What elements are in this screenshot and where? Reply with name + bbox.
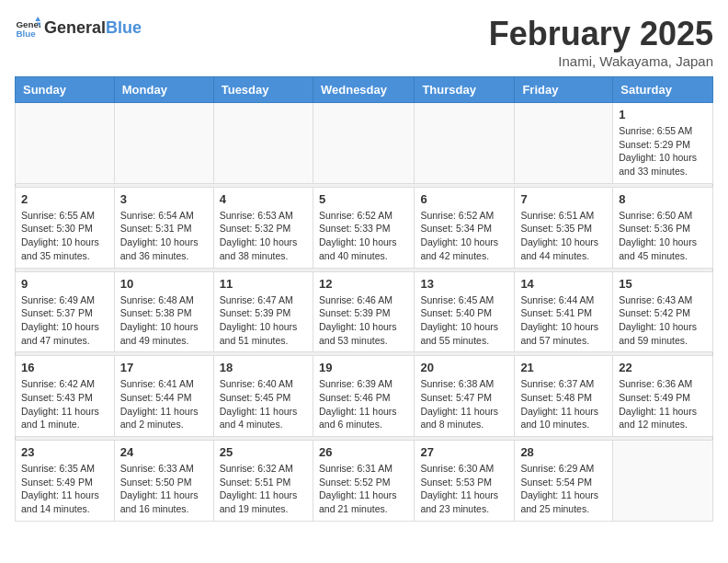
day-number: 5 bbox=[319, 192, 408, 206]
day-cell: 4Sunrise: 6:53 AM Sunset: 5:32 PM Daylig… bbox=[213, 187, 313, 268]
day-cell bbox=[114, 103, 213, 184]
day-number: 7 bbox=[520, 192, 607, 206]
day-detail: Sunrise: 6:44 AM Sunset: 5:41 PM Dayligh… bbox=[520, 293, 607, 348]
day-detail: Sunrise: 6:54 AM Sunset: 5:31 PM Dayligh… bbox=[120, 209, 208, 263]
weekday-header-thursday: Thursday bbox=[415, 77, 515, 103]
day-cell: 16Sunrise: 6:42 AM Sunset: 5:43 PM Dayli… bbox=[16, 356, 115, 437]
day-number: 14 bbox=[520, 277, 607, 291]
day-number: 20 bbox=[420, 361, 508, 374]
week-row-1: 1Sunrise: 6:55 AM Sunset: 5:29 PM Daylig… bbox=[16, 103, 713, 184]
calendar-subtitle: Inami, Wakayama, Japan bbox=[489, 53, 713, 69]
day-number: 9 bbox=[21, 277, 108, 291]
day-cell: 11Sunrise: 6:47 AM Sunset: 5:39 PM Dayli… bbox=[213, 271, 313, 352]
day-detail: Sunrise: 6:55 AM Sunset: 5:29 PM Dayligh… bbox=[619, 124, 707, 178]
day-cell bbox=[213, 103, 313, 184]
logo-icon: General Blue bbox=[15, 15, 40, 40]
week-row-4: 16Sunrise: 6:42 AM Sunset: 5:43 PM Dayli… bbox=[16, 356, 713, 437]
day-number: 6 bbox=[420, 192, 508, 206]
day-number: 13 bbox=[420, 277, 508, 291]
day-number: 27 bbox=[420, 445, 508, 459]
day-cell: 19Sunrise: 6:39 AM Sunset: 5:46 PM Dayli… bbox=[313, 356, 414, 437]
day-number: 17 bbox=[120, 361, 208, 374]
day-cell: 2Sunrise: 6:55 AM Sunset: 5:30 PM Daylig… bbox=[16, 187, 115, 268]
day-number: 24 bbox=[120, 445, 208, 459]
day-detail: Sunrise: 6:29 AM Sunset: 5:54 PM Dayligh… bbox=[520, 462, 607, 516]
weekday-header-monday: Monday bbox=[114, 77, 213, 103]
day-detail: Sunrise: 6:31 AM Sunset: 5:52 PM Dayligh… bbox=[319, 462, 408, 516]
day-cell bbox=[313, 103, 414, 184]
day-number: 25 bbox=[220, 445, 307, 459]
day-number: 2 bbox=[21, 192, 108, 206]
day-detail: Sunrise: 6:49 AM Sunset: 5:37 PM Dayligh… bbox=[21, 293, 108, 348]
day-cell: 3Sunrise: 6:54 AM Sunset: 5:31 PM Daylig… bbox=[114, 187, 213, 268]
day-cell bbox=[613, 441, 713, 522]
day-number: 19 bbox=[319, 361, 408, 374]
day-number: 8 bbox=[619, 192, 707, 206]
day-cell: 22Sunrise: 6:36 AM Sunset: 5:49 PM Dayli… bbox=[613, 356, 713, 437]
day-cell: 10Sunrise: 6:48 AM Sunset: 5:38 PM Dayli… bbox=[114, 271, 213, 352]
title-area: February 2025 Inami, Wakayama, Japan bbox=[489, 15, 713, 69]
day-detail: Sunrise: 6:53 AM Sunset: 5:32 PM Dayligh… bbox=[220, 209, 307, 263]
day-detail: Sunrise: 6:46 AM Sunset: 5:39 PM Dayligh… bbox=[319, 293, 408, 348]
day-detail: Sunrise: 6:45 AM Sunset: 5:40 PM Dayligh… bbox=[420, 293, 508, 348]
day-detail: Sunrise: 6:52 AM Sunset: 5:34 PM Dayligh… bbox=[420, 209, 508, 263]
calendar-table: SundayMondayTuesdayWednesdayThursdayFrid… bbox=[15, 76, 713, 522]
header: General Blue GeneralBlue February 2025 I… bbox=[15, 15, 713, 69]
day-cell: 20Sunrise: 6:38 AM Sunset: 5:47 PM Dayli… bbox=[415, 356, 515, 437]
day-number: 18 bbox=[220, 361, 307, 374]
day-detail: Sunrise: 6:36 AM Sunset: 5:49 PM Dayligh… bbox=[619, 377, 707, 431]
day-cell: 26Sunrise: 6:31 AM Sunset: 5:52 PM Dayli… bbox=[313, 441, 414, 522]
day-cell: 5Sunrise: 6:52 AM Sunset: 5:33 PM Daylig… bbox=[313, 187, 414, 268]
day-number: 11 bbox=[220, 277, 307, 291]
day-number: 4 bbox=[220, 192, 307, 206]
day-number: 16 bbox=[21, 361, 108, 374]
day-cell bbox=[515, 103, 613, 184]
day-cell: 1Sunrise: 6:55 AM Sunset: 5:29 PM Daylig… bbox=[613, 103, 713, 184]
day-detail: Sunrise: 6:41 AM Sunset: 5:44 PM Dayligh… bbox=[120, 377, 208, 431]
day-cell: 21Sunrise: 6:37 AM Sunset: 5:48 PM Dayli… bbox=[515, 356, 613, 437]
logo-general-text: General bbox=[44, 18, 106, 38]
day-number: 21 bbox=[520, 361, 607, 374]
day-cell bbox=[16, 103, 115, 184]
day-cell: 18Sunrise: 6:40 AM Sunset: 5:45 PM Dayli… bbox=[213, 356, 313, 437]
day-detail: Sunrise: 6:37 AM Sunset: 5:48 PM Dayligh… bbox=[520, 377, 607, 431]
day-detail: Sunrise: 6:40 AM Sunset: 5:45 PM Dayligh… bbox=[220, 377, 307, 431]
svg-text:Blue: Blue bbox=[16, 29, 36, 39]
day-detail: Sunrise: 6:50 AM Sunset: 5:36 PM Dayligh… bbox=[619, 209, 707, 263]
day-number: 12 bbox=[319, 277, 408, 291]
day-detail: Sunrise: 6:52 AM Sunset: 5:33 PM Dayligh… bbox=[319, 209, 408, 263]
day-detail: Sunrise: 6:32 AM Sunset: 5:51 PM Dayligh… bbox=[220, 462, 307, 516]
day-number: 3 bbox=[120, 192, 208, 206]
day-detail: Sunrise: 6:47 AM Sunset: 5:39 PM Dayligh… bbox=[220, 293, 307, 348]
day-cell: 15Sunrise: 6:43 AM Sunset: 5:42 PM Dayli… bbox=[613, 271, 713, 352]
weekday-header-row: SundayMondayTuesdayWednesdayThursdayFrid… bbox=[16, 77, 713, 103]
day-cell: 6Sunrise: 6:52 AM Sunset: 5:34 PM Daylig… bbox=[415, 187, 515, 268]
day-detail: Sunrise: 6:30 AM Sunset: 5:53 PM Dayligh… bbox=[420, 462, 508, 516]
day-cell: 23Sunrise: 6:35 AM Sunset: 5:49 PM Dayli… bbox=[16, 441, 115, 522]
day-detail: Sunrise: 6:43 AM Sunset: 5:42 PM Dayligh… bbox=[619, 293, 707, 348]
day-cell: 8Sunrise: 6:50 AM Sunset: 5:36 PM Daylig… bbox=[613, 187, 713, 268]
day-detail: Sunrise: 6:51 AM Sunset: 5:35 PM Dayligh… bbox=[520, 209, 607, 263]
day-cell: 25Sunrise: 6:32 AM Sunset: 5:51 PM Dayli… bbox=[213, 441, 313, 522]
day-number: 10 bbox=[120, 277, 208, 291]
day-detail: Sunrise: 6:55 AM Sunset: 5:30 PM Dayligh… bbox=[21, 209, 108, 263]
week-row-3: 9Sunrise: 6:49 AM Sunset: 5:37 PM Daylig… bbox=[16, 271, 713, 352]
logo: General Blue GeneralBlue bbox=[15, 15, 142, 40]
day-cell: 7Sunrise: 6:51 AM Sunset: 5:35 PM Daylig… bbox=[515, 187, 613, 268]
day-number: 23 bbox=[21, 445, 108, 459]
day-cell: 13Sunrise: 6:45 AM Sunset: 5:40 PM Dayli… bbox=[415, 271, 515, 352]
day-number: 26 bbox=[319, 445, 408, 459]
day-detail: Sunrise: 6:39 AM Sunset: 5:46 PM Dayligh… bbox=[319, 377, 408, 431]
weekday-header-friday: Friday bbox=[515, 77, 613, 103]
weekday-header-tuesday: Tuesday bbox=[213, 77, 313, 103]
day-number: 22 bbox=[619, 361, 707, 374]
day-cell: 27Sunrise: 6:30 AM Sunset: 5:53 PM Dayli… bbox=[415, 441, 515, 522]
day-cell: 14Sunrise: 6:44 AM Sunset: 5:41 PM Dayli… bbox=[515, 271, 613, 352]
week-row-5: 23Sunrise: 6:35 AM Sunset: 5:49 PM Dayli… bbox=[16, 441, 713, 522]
day-detail: Sunrise: 6:48 AM Sunset: 5:38 PM Dayligh… bbox=[120, 293, 208, 348]
day-cell: 24Sunrise: 6:33 AM Sunset: 5:50 PM Dayli… bbox=[114, 441, 213, 522]
day-cell: 12Sunrise: 6:46 AM Sunset: 5:39 PM Dayli… bbox=[313, 271, 414, 352]
day-detail: Sunrise: 6:35 AM Sunset: 5:49 PM Dayligh… bbox=[21, 462, 108, 516]
weekday-header-wednesday: Wednesday bbox=[313, 77, 414, 103]
week-row-2: 2Sunrise: 6:55 AM Sunset: 5:30 PM Daylig… bbox=[16, 187, 713, 268]
